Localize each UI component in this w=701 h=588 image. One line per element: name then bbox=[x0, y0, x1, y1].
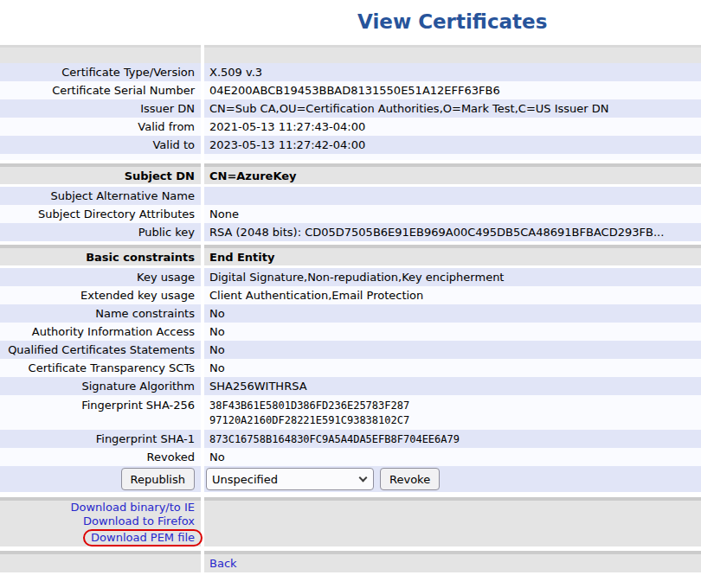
download-firefox-link[interactable]: Download to Firefox bbox=[83, 514, 195, 528]
row-value: RSA (2048 bits): CD05D7505B6E91EB969A00C… bbox=[204, 223, 701, 241]
section-header-basic-constraints: Basic constraints End Entity bbox=[0, 245, 701, 265]
row-label: Name constraints bbox=[0, 304, 201, 323]
actions-left-cell: Republish bbox=[0, 466, 201, 492]
page-title: View Certificates bbox=[357, 10, 547, 33]
row-value bbox=[204, 187, 701, 205]
table-header-label-cell bbox=[0, 45, 201, 63]
download-binary-ie-link[interactable]: Download binary/to IE bbox=[71, 501, 195, 514]
row-authority-information-access: Authority Information Access No bbox=[0, 323, 701, 341]
row-value: SHA256WITHRSA bbox=[204, 377, 701, 395]
row-public-key: Public key RSA (2048 bits): CD05D7505B6E… bbox=[0, 223, 701, 241]
row-fingerprint-sha-256: Fingerprint SHA-256 38F43B61E5801D386FD2… bbox=[0, 395, 701, 430]
row-value: No bbox=[204, 323, 701, 341]
row-label: Extended key usage bbox=[0, 286, 201, 304]
pem-highlight-ellipse: Download PEM file bbox=[83, 529, 203, 546]
row-name-constraints: Name constraints No bbox=[0, 304, 701, 323]
download-links-cell: Download binary/to IE Download to Firefo… bbox=[0, 497, 201, 546]
row-key-usage: Key usage Digital Signature,Non-repudiat… bbox=[0, 268, 701, 286]
row-value: None bbox=[204, 205, 701, 223]
row-value: X.509 v.3 bbox=[204, 63, 701, 81]
row-value: 873C16758B164830FC9A5A4DA5EFB8F704EE6A79 bbox=[204, 430, 701, 448]
row-label: Signature Algorithm bbox=[0, 377, 201, 395]
row-qualified-certificates-statements: Qualified Certificates Statements No bbox=[0, 341, 701, 359]
row-label: Authority Information Access bbox=[0, 323, 201, 341]
row-issuer-dn: Issuer DN CN=Sub CA,OU=Certification Aut… bbox=[0, 99, 701, 118]
row-value: Client Authentication,Email Protection bbox=[204, 286, 701, 304]
row-value: CN=Sub CA,OU=Certification Authorities,O… bbox=[204, 99, 701, 118]
row-label: Public key bbox=[0, 223, 201, 241]
section-header-subject-dn: Subject DN CN=AzureKey bbox=[0, 163, 701, 184]
row-value: Digital Signature,Non-repudiation,Key en… bbox=[204, 268, 701, 286]
row-fingerprint-sha-1: Fingerprint SHA-1 873C16758B164830FC9A5A… bbox=[0, 430, 701, 448]
section-header-label: Basic constraints bbox=[0, 245, 201, 265]
section-header-value: End Entity bbox=[204, 245, 701, 265]
actions-right-cell: Unspecified Revoke bbox=[204, 466, 701, 492]
row-valid-from: Valid from 2021-05-13 11:27:43-04:00 bbox=[0, 118, 701, 136]
row-label: Certificate Serial Number bbox=[0, 81, 201, 99]
row-value: 2023-05-13 11:27:42-04:00 bbox=[204, 136, 701, 154]
row-value: No bbox=[204, 341, 701, 359]
revocation-reason-select[interactable]: Unspecified bbox=[206, 468, 374, 490]
row-value: No bbox=[204, 304, 701, 323]
download-row: Download binary/to IE Download to Firefo… bbox=[0, 497, 701, 546]
row-value: 04E200ABCB19453BBAD8131550E51A12EFF63FB6 bbox=[204, 81, 701, 99]
row-certificate-serial-number: Certificate Serial Number 04E200ABCB1945… bbox=[0, 81, 701, 99]
row-label: Valid from bbox=[0, 118, 201, 136]
republish-button[interactable]: Republish bbox=[121, 468, 195, 490]
section-header-value: CN=AzureKey bbox=[204, 163, 701, 184]
row-label: Certificate Transparency SCTs bbox=[0, 359, 201, 377]
section-spacer bbox=[0, 154, 701, 160]
row-signature-algorithm: Signature Algorithm SHA256WITHRSA bbox=[0, 377, 701, 395]
table-header-row bbox=[0, 45, 701, 63]
title-bar: View Certificates bbox=[0, 0, 701, 45]
row-certificate-transparency-scts: Certificate Transparency SCTs No bbox=[0, 359, 701, 377]
back-row: Back bbox=[0, 551, 701, 572]
section-header-label: Subject DN bbox=[0, 163, 201, 184]
row-label: Certificate Type/Version bbox=[0, 63, 201, 81]
row-label: Revoked bbox=[0, 448, 201, 466]
row-valid-to: Valid to 2023-05-13 11:27:42-04:00 bbox=[0, 136, 701, 154]
row-certificate-type-version: Certificate Type/Version X.509 v.3 bbox=[0, 63, 701, 81]
back-empty-cell bbox=[0, 551, 201, 572]
row-label: Issuer DN bbox=[0, 99, 201, 118]
back-link[interactable]: Back bbox=[209, 557, 237, 570]
row-label: Subject Alternative Name bbox=[0, 187, 201, 205]
download-pem-link[interactable]: Download PEM file bbox=[91, 531, 195, 545]
row-label: Qualified Certificates Statements bbox=[0, 341, 201, 359]
row-extended-key-usage: Extended key usage Client Authentication… bbox=[0, 286, 701, 304]
row-label: Fingerprint SHA-256 bbox=[0, 395, 201, 430]
row-label: Key usage bbox=[0, 268, 201, 286]
row-subject-directory-attributes: Subject Directory Attributes None bbox=[0, 205, 701, 223]
table-header-value-cell bbox=[204, 45, 701, 63]
row-value: No bbox=[204, 448, 701, 466]
download-empty-cell bbox=[204, 497, 701, 546]
row-label: Valid to bbox=[0, 136, 201, 154]
revoke-button[interactable]: Revoke bbox=[380, 468, 440, 490]
row-label: Subject Directory Attributes bbox=[0, 205, 201, 223]
row-value: 2021-05-13 11:27:43-04:00 bbox=[204, 118, 701, 136]
row-revoked: Revoked No bbox=[0, 448, 701, 466]
revocation-reason-select-wrap: Unspecified bbox=[206, 468, 374, 490]
row-value: 38F43B61E5801D386FD236E25783F287 97120A2… bbox=[204, 395, 701, 430]
back-cell: Back bbox=[204, 551, 701, 572]
row-value: No bbox=[204, 359, 701, 377]
row-label: Fingerprint SHA-1 bbox=[0, 430, 201, 448]
fingerprint-sha256-line2: 97120A2160DF28221E591C93838102C7 bbox=[209, 413, 701, 428]
fingerprint-sha256-line1: 38F43B61E5801D386FD236E25783F287 bbox=[209, 399, 701, 413]
actions-row: Republish Unspecified Revoke bbox=[0, 466, 701, 492]
row-subject-alternative-name: Subject Alternative Name bbox=[0, 187, 701, 205]
